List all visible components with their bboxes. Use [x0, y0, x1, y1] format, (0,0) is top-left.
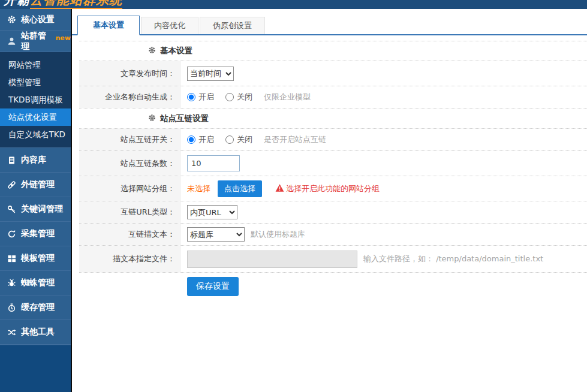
new-badge: new — [56, 34, 71, 42]
anchor-file-input[interactable] — [187, 251, 357, 268]
interlink-on-label[interactable]: 开启 — [198, 134, 214, 145]
interlink-switch-hint: 是否开启站点互链 — [264, 134, 326, 145]
section-title-text: 站点互链设置 — [160, 113, 209, 124]
publish-time-select[interactable]: 当前时间 — [187, 67, 234, 81]
company-name-row: 企业名称自动生成： 开启 关闭 仅限企业模型 — [79, 86, 587, 108]
anchor-file-row: 描文本指定文件： 输入文件路径，如： /temp/data/domain_tit… — [79, 246, 587, 273]
url-type-select[interactable]: 内页URL — [187, 205, 237, 219]
interlink-switch-label: 站点互链开关： — [79, 129, 181, 150]
sidebar-item-label: 内容库 — [21, 155, 46, 165]
anchor-text-row: 互链描文本： 标题库 默认使用标题库 — [79, 224, 587, 246]
company-auto-off-radio[interactable] — [225, 93, 234, 101]
interlink-count-row: 站点互链条数： — [79, 151, 587, 176]
user-icon — [7, 37, 16, 46]
company-auto-hint: 仅限企业模型 — [264, 92, 311, 102]
site-group-label: 选择网站分组： — [79, 176, 181, 201]
spider-icon — [7, 278, 16, 288]
sidebar-item-label: 关键词管理 — [21, 204, 63, 215]
interlink-switch-row: 站点互链开关： 开启 关闭 是否开启站点互链 — [79, 129, 587, 151]
section-basic-settings: 基本设置 — [79, 41, 587, 61]
tab-basic-settings[interactable]: 基本设置 — [77, 16, 140, 35]
sidebar-item-label: 核心设置 — [21, 14, 55, 25]
app-logo: 开霸云智能站群系统 — [4, 0, 122, 8]
submenu-item-model-mgmt[interactable]: 模型管理 — [0, 74, 71, 91]
company-name-label: 企业名称自动生成： — [79, 86, 181, 108]
submenu-item-site-optimization[interactable]: 站点优化设置 — [0, 108, 71, 126]
warning-triangle-icon — [275, 183, 284, 194]
section-interlink-settings: 站点互链设置 — [79, 108, 587, 129]
tab-pseudo-original[interactable]: 伪原创设置 — [200, 17, 265, 34]
site-group-row: 选择网站分组： 未选择 点击选择 选择开启此功能的网站分组 — [79, 176, 587, 201]
section-gear-icon — [148, 46, 156, 56]
company-auto-on-radio[interactable] — [187, 93, 195, 101]
choose-group-button[interactable]: 点击选择 — [218, 180, 262, 197]
tab-content-optimization[interactable]: 内容优化 — [141, 17, 198, 34]
sidebar-item-label: 缓存管理 — [21, 302, 55, 313]
grid-icon — [7, 254, 16, 263]
anchor-text-hint: 默认使用标题库 — [251, 229, 305, 240]
refresh-icon — [7, 229, 16, 239]
sidebar-item-label: 站群管理 — [21, 31, 50, 52]
sidebar-item-site-group[interactable]: 站群管理 new — [0, 31, 71, 52]
sidebar-item-templates[interactable]: 模板管理 — [0, 246, 71, 271]
url-type-label: 互链URL类型： — [79, 201, 181, 223]
sidebar-filler — [0, 345, 71, 392]
sidebar-nav: 核心设置 站群管理 new 网站管理 模型管理 TKDB调用模板 站点优化设置 … — [0, 9, 72, 392]
document-icon — [7, 155, 16, 165]
logo-text-secondary: 云智能站群系统 — [30, 0, 122, 9]
sidebar-item-content-library[interactable]: 内容库 — [0, 148, 71, 173]
submenu-item-tkdb-template[interactable]: TKDB调用模板 — [0, 91, 71, 108]
shuffle-icon — [7, 327, 16, 337]
sidebar-item-cache[interactable]: 缓存管理 — [0, 295, 71, 320]
interlink-on-radio[interactable] — [187, 135, 195, 144]
site-group-warning: 选择开启此功能的网站分组 — [275, 183, 380, 194]
interlink-count-label: 站点互链条数： — [79, 151, 181, 176]
link-icon — [7, 180, 16, 189]
sidebar-item-label: 其他工具 — [21, 327, 55, 337]
company-auto-on-label[interactable]: 开启 — [198, 92, 214, 102]
logo-text-primary: 开霸 — [4, 0, 30, 7]
sidebar-item-label: 采集管理 — [21, 228, 55, 239]
top-header-bar: 开霸云智能站群系统 — [0, 0, 587, 9]
sidebar-item-core-settings[interactable]: 核心设置 — [0, 9, 71, 31]
url-type-row: 互链URL类型： 内页URL — [79, 201, 587, 224]
main-content: 基本设置 内容优化 伪原创设置 基本设置 文章发布时间： 当前时间 — [72, 9, 587, 392]
publish-time-label: 文章发布时间： — [79, 61, 181, 86]
gear-icon — [7, 15, 16, 25]
warning-text: 选择开启此功能的网站分组 — [286, 183, 380, 194]
anchor-file-hint: 输入文件路径，如： /temp/data/domain_title.txt — [363, 254, 543, 264]
anchor-text-select[interactable]: 标题库 — [187, 227, 245, 242]
submenu-item-custom-domain-tkd[interactable]: 自定义域名TKD — [0, 126, 71, 143]
settings-form: 基本设置 文章发布时间： 当前时间 企业名称自动生成： 开启 — [79, 41, 587, 296]
anchor-text-label: 互链描文本： — [79, 224, 181, 245]
save-settings-button[interactable]: 保存设置 — [187, 277, 239, 296]
interlink-off-label[interactable]: 关闭 — [237, 134, 252, 145]
publish-time-row: 文章发布时间： 当前时间 — [79, 61, 587, 86]
sidebar-item-label: 外链管理 — [21, 179, 55, 190]
key-icon — [7, 204, 16, 214]
submenu-item-website-mgmt[interactable]: 网站管理 — [0, 56, 71, 74]
clock-icon — [7, 303, 16, 312]
site-group-status: 未选择 — [187, 183, 210, 194]
section-gear-icon — [148, 114, 156, 123]
sidebar-item-label: 蜘蛛管理 — [21, 278, 55, 288]
sidebar-item-external-links[interactable]: 外链管理 — [0, 173, 71, 197]
anchor-file-label: 描文本指定文件： — [79, 246, 181, 272]
sidebar-item-label: 模板管理 — [21, 253, 55, 264]
section-title-text: 基本设置 — [160, 46, 192, 56]
company-auto-off-label[interactable]: 关闭 — [237, 92, 252, 102]
sidebar-item-spiders[interactable]: 蜘蛛管理 — [0, 271, 71, 295]
interlink-count-input[interactable] — [187, 155, 240, 171]
sidebar-item-keywords[interactable]: 关键词管理 — [0, 197, 71, 222]
interlink-off-radio[interactable] — [225, 135, 234, 144]
sidebar-submenu: 网站管理 模型管理 TKDB调用模板 站点优化设置 自定义域名TKD — [0, 52, 71, 148]
sidebar-item-collection[interactable]: 采集管理 — [0, 222, 71, 246]
save-row: 保存设置 — [79, 273, 587, 296]
sidebar-item-other-tools[interactable]: 其他工具 — [0, 320, 71, 345]
tab-bar: 基本设置 内容优化 伪原创设置 — [72, 18, 587, 35]
